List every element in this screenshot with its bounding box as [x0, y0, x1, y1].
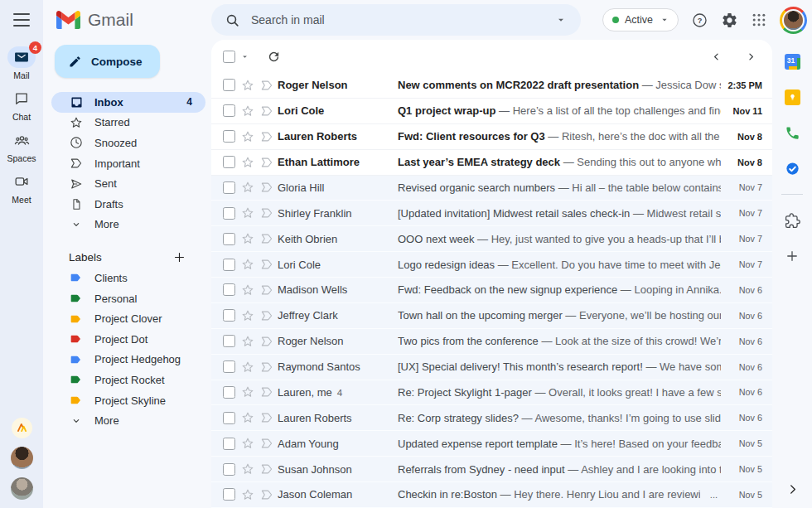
importance-marker-icon[interactable]	[259, 257, 274, 272]
sidebar-item-sent[interactable]: Sent	[51, 173, 205, 194]
star-icon[interactable]	[240, 360, 255, 375]
select-checkbox[interactable]	[223, 488, 235, 501]
importance-marker-icon[interactable]	[259, 78, 274, 93]
select-checkbox[interactable]	[223, 130, 235, 143]
select-checkbox[interactable]	[223, 233, 235, 245]
select-checkbox[interactable]	[223, 156, 235, 168]
select-checkbox[interactable]	[223, 104, 235, 117]
email-row[interactable]: Roger Nelson Two pics from the conferenc…	[211, 329, 772, 355]
rail-item-meet[interactable]: Meet	[7, 171, 36, 205]
importance-marker-icon[interactable]	[259, 436, 274, 451]
email-row[interactable]: Jason Coleman Checkin in re:Boston — Hey…	[211, 482, 772, 508]
importance-marker-icon[interactable]	[259, 410, 274, 425]
collapse-panel-icon[interactable]	[785, 482, 800, 496]
sidebar-label-item[interactable]: Project Dot	[51, 329, 205, 350]
rail-item-spaces[interactable]: Spaces	[7, 129, 36, 163]
star-icon[interactable]	[240, 436, 255, 451]
star-icon[interactable]	[240, 283, 255, 298]
select-checkbox[interactable]	[223, 259, 235, 271]
sidebar-label-item[interactable]: Personal	[51, 288, 205, 309]
select-checkbox[interactable]	[223, 360, 235, 373]
importance-marker-icon[interactable]	[259, 155, 274, 170]
sidebar-item-starred[interactable]: Starred	[51, 113, 205, 133]
select-checkbox[interactable]	[223, 207, 235, 220]
importance-marker-icon[interactable]	[259, 308, 274, 323]
calendar-icon[interactable]: 31	[785, 51, 800, 71]
hamburger-menu-icon[interactable]	[12, 12, 31, 28]
importance-marker-icon[interactable]	[259, 283, 274, 298]
email-row[interactable]: Adam Young Updated expense report templa…	[211, 431, 772, 457]
sidebar-item-important[interactable]: Important	[51, 153, 205, 174]
importance-marker-icon[interactable]	[259, 129, 274, 144]
email-row[interactable]: Madison Wells Fwd: Feedback on the new s…	[211, 278, 772, 303]
sidebar-item-inbox[interactable]: Inbox 4	[51, 92, 205, 113]
select-caret-icon[interactable]	[239, 51, 250, 62]
user-avatar[interactable]	[11, 477, 33, 500]
star-icon[interactable]	[240, 257, 255, 272]
google-apps-icon[interactable]	[751, 12, 767, 28]
email-row[interactable]: Ethan Lattimore Last year’s EMEA strateg…	[211, 150, 772, 176]
importance-marker-icon[interactable]	[259, 231, 274, 246]
settings-gear-icon[interactable]	[721, 12, 738, 29]
select-checkbox[interactable]	[223, 412, 235, 424]
sidebar-item-snoozed[interactable]: Snoozed	[51, 133, 205, 153]
select-checkbox[interactable]	[223, 309, 235, 322]
email-row[interactable]: Lauren, me4 Re: Project Skylight 1-pager…	[211, 380, 772, 406]
email-row[interactable]: Gloria Hill Revised organic search numbe…	[211, 176, 772, 201]
importance-marker-icon[interactable]	[259, 206, 274, 220]
star-icon[interactable]	[240, 385, 255, 399]
search-input[interactable]: Search in mail	[211, 4, 581, 36]
compose-button[interactable]: Compose	[55, 45, 160, 78]
star-icon[interactable]	[240, 487, 255, 502]
importance-marker-icon[interactable]	[259, 334, 274, 349]
newer-page-icon[interactable]	[710, 51, 723, 63]
select-checkbox[interactable]	[223, 79, 235, 91]
star-icon[interactable]	[240, 462, 255, 477]
star-icon[interactable]	[240, 129, 255, 144]
older-page-icon[interactable]	[745, 51, 757, 63]
email-row[interactable]: Lori Cole Logo redesign ideas — Excellen…	[211, 252, 772, 278]
select-checkbox[interactable]	[223, 463, 235, 476]
sidebar-label-item[interactable]: Project Rocket	[51, 370, 205, 390]
email-row[interactable]: Lauren Roberts Re: Corp strategy slides?…	[211, 405, 772, 431]
sidebar-label-item[interactable]: Clients	[51, 268, 205, 288]
help-icon[interactable]: ?	[691, 12, 708, 29]
importance-marker-icon[interactable]	[259, 104, 274, 119]
get-addons-icon[interactable]	[785, 246, 800, 266]
star-icon[interactable]	[240, 78, 255, 93]
importance-marker-icon[interactable]	[259, 360, 274, 375]
voice-icon[interactable]	[785, 123, 800, 143]
sidebar-labels-more[interactable]: More	[51, 410, 205, 431]
select-all-checkbox[interactable]	[223, 51, 235, 63]
create-label-button[interactable]	[172, 250, 186, 264]
search-options-caret-icon[interactable]	[554, 13, 568, 27]
email-row[interactable]: Susan Johnson Referrals from Sydney - ne…	[211, 457, 772, 482]
star-icon[interactable]	[240, 410, 255, 425]
tasks-icon[interactable]	[785, 158, 800, 178]
sidebar-label-item[interactable]: Project Hedgehog	[51, 350, 205, 370]
star-icon[interactable]	[240, 155, 255, 170]
star-icon[interactable]	[240, 308, 255, 323]
addon-logo[interactable]	[12, 418, 32, 438]
status-selector[interactable]: Active	[602, 8, 679, 31]
star-icon[interactable]	[240, 231, 255, 246]
rail-item-chat[interactable]: Chat	[7, 88, 36, 122]
importance-marker-icon[interactable]	[259, 180, 274, 195]
email-row[interactable]: Raymond Santos [UX] Special delivery! Th…	[211, 355, 772, 380]
select-checkbox[interactable]	[223, 335, 235, 347]
star-icon[interactable]	[240, 334, 255, 349]
refresh-icon[interactable]	[267, 50, 281, 64]
email-row[interactable]: Roger Nelson New comments on MCR2022 dra…	[211, 73, 772, 99]
extensions-icon[interactable]	[785, 210, 800, 230]
email-row[interactable]: Jeffrey Clark Town hall on the upcoming …	[211, 303, 772, 329]
select-checkbox[interactable]	[223, 438, 235, 450]
email-row[interactable]: Shirley Franklin [Updated invitation] Mi…	[211, 201, 772, 226]
sidebar-item-more[interactable]: More	[51, 215, 205, 235]
user-avatar[interactable]	[11, 447, 33, 469]
importance-marker-icon[interactable]	[259, 385, 274, 399]
email-row[interactable]: Lauren Roberts Fwd: Client resources for…	[211, 124, 772, 150]
sidebar-item-drafts[interactable]: Drafts	[51, 194, 205, 215]
sidebar-label-item[interactable]: Project Skyline	[51, 390, 205, 411]
keep-icon[interactable]	[785, 87, 800, 107]
profile-avatar[interactable]	[780, 7, 807, 34]
